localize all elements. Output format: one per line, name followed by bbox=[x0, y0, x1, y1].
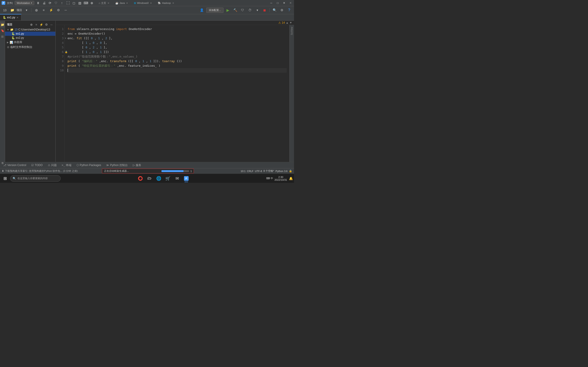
user-icon[interactable]: 👤 bbox=[199, 7, 205, 13]
taskbar-clock[interactable]: 2:30 2022/10/31 bbox=[275, 176, 287, 181]
java-tab[interactable]: ☕ Java ✕ bbox=[113, 1, 130, 5]
collapse-tree-icon[interactable]: ≡ bbox=[34, 23, 38, 27]
warning-count: 14 bbox=[282, 21, 285, 24]
ex1-tree-item[interactable]: 🐍 ex1.py bbox=[5, 32, 55, 36]
fold-arrow-6[interactable]: 🔒 bbox=[65, 50, 68, 54]
profile-icon[interactable]: ⏱ bbox=[247, 7, 253, 13]
windows-tab[interactable]: ⊞ Windows0 ✕ bbox=[131, 1, 154, 5]
close-button[interactable]: ✕ bbox=[282, 1, 287, 5]
notification-button[interactable]: 🔔 bbox=[288, 176, 293, 181]
python-file-icon: 🐍 bbox=[3, 16, 6, 19]
expand-button[interactable]: ⛶ bbox=[65, 1, 70, 5]
services-tab[interactable]: ▷ 服务 bbox=[130, 163, 144, 168]
python-packages-tab[interactable]: ⬡ Python Packages bbox=[74, 163, 103, 167]
ex1-file-tab[interactable]: 🐍 ex1.py ✕ bbox=[0, 14, 21, 20]
more-run-icon[interactable]: ▾ bbox=[254, 7, 260, 13]
search-icon[interactable]: 🔍 bbox=[271, 7, 277, 13]
taskbar-edge[interactable]: 🌐 bbox=[155, 174, 163, 183]
taskbar-store[interactable]: 🛒 bbox=[164, 174, 172, 183]
coverage-icon[interactable]: 🛡 bbox=[240, 7, 246, 13]
bookmarks-bottom-icon[interactable]: 书签 bbox=[0, 159, 5, 161]
collapse-icon[interactable]: ≡ bbox=[41, 7, 47, 13]
ext-chevron[interactable]: ▶ bbox=[7, 41, 9, 44]
taskbar-apps: ⭕ 🗁 🌐 🛒 ✉ P bbox=[61, 174, 265, 183]
dropdown-icon[interactable]: ▾ bbox=[23, 7, 29, 13]
sync-icon[interactable]: ⚡ bbox=[48, 7, 54, 13]
pause-button[interactable]: ⏸ bbox=[36, 1, 41, 5]
hadoop-close[interactable]: ✕ bbox=[172, 2, 174, 4]
terminal-tab[interactable]: >_ 终端 bbox=[60, 163, 74, 168]
java-icon: ☕ bbox=[115, 2, 119, 5]
project-sidebar-icon[interactable]: 📁 bbox=[0, 22, 6, 27]
taskbar-pycharm[interactable]: P bbox=[182, 174, 190, 183]
bookmark-sidebar-icon[interactable]: 🔖 bbox=[0, 27, 6, 33]
home-tab[interactable]: ⌂ 主页 ✕ bbox=[96, 1, 112, 6]
minimize-panel-icon[interactable]: ─ bbox=[63, 7, 69, 13]
taskbar-mail[interactable]: ✉ bbox=[173, 174, 181, 183]
add-config-button[interactable]: 添加配置... bbox=[206, 8, 224, 13]
num-1-4: 1 bbox=[86, 50, 87, 54]
build-icon[interactable]: 🔨 bbox=[232, 7, 238, 13]
problems-tab[interactable]: ⚠ 问题 bbox=[45, 163, 59, 168]
share-button[interactable]: ↑ bbox=[60, 1, 65, 5]
progress-section: 正在启动框架生成器... 1 bbox=[102, 169, 194, 173]
extra-close-button[interactable]: ✕ bbox=[288, 1, 293, 5]
python-console-tab[interactable]: ≫ Python 控制台 bbox=[104, 163, 130, 168]
services-icon: ▷ bbox=[133, 164, 135, 167]
settings-tree-icon[interactable]: ⚙ bbox=[44, 23, 48, 27]
run-number: 13 bbox=[2, 7, 8, 13]
todo-tab[interactable]: ☑ TODO bbox=[29, 163, 45, 167]
print-button[interactable]: 🖨 bbox=[42, 1, 47, 5]
ex1-tab-label: ex1.py bbox=[7, 16, 15, 19]
windows-close[interactable]: ✕ bbox=[150, 2, 152, 4]
settings-icon[interactable]: ⚙ bbox=[55, 7, 61, 13]
workstation-button[interactable]: Workstation ▾ bbox=[15, 1, 34, 5]
fold-arrow-3[interactable]: ▼ bbox=[65, 36, 66, 41]
terminal-button[interactable]: ⌨ bbox=[83, 1, 88, 5]
add-tree-icon[interactable]: ⊕ bbox=[29, 23, 33, 27]
taskbar-cortana[interactable]: ⭕ bbox=[136, 174, 145, 183]
bookmark-button[interactable]: ♡ bbox=[53, 1, 59, 5]
help-icon[interactable]: ? bbox=[286, 7, 292, 13]
run-button[interactable]: ▶ bbox=[225, 7, 231, 13]
taskbar-files[interactable]: 🗁 bbox=[145, 174, 154, 183]
java-close[interactable]: ✕ bbox=[126, 2, 128, 4]
comma-5: , bbox=[89, 46, 91, 49]
version-control-tab[interactable]: ⎇ Version Control bbox=[1, 163, 28, 167]
structure-sidebar-icon[interactable]: ⊞ bbox=[0, 33, 6, 40]
ex1-tab-close[interactable]: ✕ bbox=[17, 16, 18, 19]
add-icon[interactable]: ⊕ bbox=[33, 7, 39, 13]
restore-button[interactable]: □ bbox=[275, 1, 280, 5]
home-close[interactable]: ✕ bbox=[107, 2, 109, 4]
taskbar-search[interactable]: 🔍 在这里输入你要搜索的内容 bbox=[10, 175, 61, 182]
start-button[interactable]: ⊞ bbox=[1, 174, 9, 183]
problems-icon: ⚠ bbox=[48, 164, 50, 167]
root-folder-item[interactable]: ▼ 📁 13 C:\Users\win0\Desktop\13 bbox=[5, 27, 55, 32]
sync-tree-icon[interactable]: ⚡ bbox=[39, 23, 43, 27]
hadoop-tab[interactable]: 🐘 Hadoop ✕ bbox=[155, 1, 177, 5]
split-button[interactable]: ▧ bbox=[78, 1, 82, 5]
root-chevron[interactable]: ▼ bbox=[7, 28, 9, 31]
nav-down-icon[interactable]: ▼ bbox=[289, 21, 292, 24]
py-file-icon: 🐍 bbox=[11, 32, 15, 35]
cursor-char bbox=[68, 69, 70, 72]
end-6: ]]) bbox=[104, 50, 109, 54]
code-content[interactable]: from sklearn.preprocessing import OneHot… bbox=[65, 25, 289, 162]
code-line-10[interactable] bbox=[68, 68, 287, 73]
temp-icon: ⚙ bbox=[7, 46, 9, 49]
minimize-button[interactable]: ─ bbox=[269, 1, 274, 5]
stop-icon[interactable]: ◼ bbox=[262, 7, 268, 13]
ex2-tree-item[interactable]: 🐍 ex2.py bbox=[5, 36, 55, 40]
external-libs-item[interactable]: ▶ 📊 外部库 bbox=[5, 40, 55, 45]
scope-button[interactable]: ⊕ bbox=[89, 1, 95, 5]
print-fn-2: print bbox=[68, 64, 77, 67]
ext-libs-icon: 📊 bbox=[10, 41, 13, 44]
temp-files-item[interactable]: ⚙ 临时文件和控制台 bbox=[5, 45, 55, 50]
line-num-3: 3 bbox=[57, 36, 64, 41]
code-line-1: from sklearn.preprocessing import OneHot… bbox=[68, 27, 287, 31]
gear-icon[interactable]: ⚙ bbox=[279, 7, 285, 13]
history-button[interactable]: ⟳ bbox=[48, 1, 52, 5]
window-button[interactable]: ◻ bbox=[71, 1, 77, 5]
nav-up-icon[interactable]: ▲ bbox=[286, 21, 288, 24]
minimize-tree-icon[interactable]: ─ bbox=[49, 23, 53, 27]
